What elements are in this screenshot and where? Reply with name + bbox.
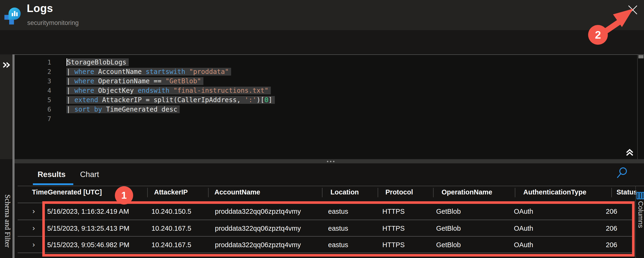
editor-results-splitter[interactable] [14, 159, 644, 163]
line-number: 6 [14, 105, 51, 114]
code-token [169, 87, 173, 94]
cell-account[interactable]: proddata322qq06zpztq4vmy [215, 220, 301, 236]
line-number: 4 [14, 86, 51, 95]
code-token: AccountName [94, 68, 146, 76]
cell-auth[interactable]: OAuth [514, 220, 533, 236]
row-expander-icon[interactable]: › [32, 220, 35, 236]
cell-account[interactable]: proddata322qq06zpztq4vmy [215, 203, 301, 220]
cell-account[interactable]: proddata322qq06zpztq4vmy [215, 236, 301, 253]
cell-protocol[interactable]: HTTPS [382, 220, 405, 236]
cell-status[interactable]: 206 [587, 236, 617, 253]
code-line[interactable]: | where AccountName startswith "proddata… [66, 67, 635, 76]
column-separator[interactable] [611, 188, 612, 197]
editor-scrollbar-track [637, 55, 638, 159]
line-number: 1 [14, 58, 51, 67]
collapse-editor-icon[interactable] [624, 147, 635, 158]
cell-time[interactable]: 5/16/2023, 1:16:32.419 AM [47, 203, 129, 220]
column-header-location[interactable]: Location [330, 188, 359, 196]
cell-status[interactable]: 206 [587, 203, 617, 220]
cell-time[interactable]: 5/15/2023, 9:05:46.982 PM [47, 236, 130, 253]
cell-location[interactable]: eastus [328, 236, 348, 253]
code-token: | [66, 96, 74, 104]
cell-location[interactable]: eastus [328, 220, 348, 236]
line-number: 7 [14, 114, 51, 123]
code-token: ObjectKey [94, 87, 138, 94]
code-token: )[ [256, 96, 264, 104]
code-token: endswith [138, 87, 169, 94]
row-separator [18, 252, 634, 253]
window-header: Logs securitymonitoring [0, 0, 644, 30]
code-token: StorageBlobLogs [67, 58, 126, 66]
column-separator[interactable] [208, 188, 208, 197]
cell-protocol[interactable]: HTTPS [382, 203, 405, 220]
code-line[interactable]: | sort by TimeGenerated desc [66, 105, 635, 114]
column-separator[interactable] [515, 188, 515, 197]
row-expander-icon[interactable]: › [32, 236, 35, 253]
column-header-attackerip[interactable]: AttackerIP [154, 188, 188, 196]
cell-auth[interactable]: OAuth [514, 236, 533, 253]
code-token: AttackerIP = split(CallerIpAddress, [98, 96, 245, 104]
expand-pane-icon[interactable] [2, 60, 11, 70]
query-toolbar: securitymonitoring Select scope Run Time… [0, 30, 644, 54]
cell-status[interactable]: 206 [587, 220, 617, 236]
code-token: "GetBlob" [165, 77, 201, 85]
splitter-grip-dot [327, 161, 328, 162]
row-separator [18, 220, 634, 220]
column-header-accountname[interactable]: AccountName [214, 188, 260, 196]
column-header-statuscode[interactable]: StatusCode [616, 188, 636, 196]
cell-auth[interactable]: OAuth [514, 203, 533, 220]
line-number: 5 [14, 95, 51, 105]
code-token [185, 68, 189, 76]
cell-ip[interactable]: 10.240.167.5 [152, 220, 191, 236]
column-header-operationname[interactable]: OperationName [442, 188, 492, 196]
page-subtitle: securitymonitoring [27, 19, 79, 27]
cell-location[interactable]: eastus [328, 203, 348, 220]
editor-scrollbar-thumb[interactable] [638, 55, 644, 58]
active-tab-indicator [33, 183, 73, 185]
code-token: ':' [245, 96, 257, 104]
tab-results[interactable]: Results [38, 170, 66, 179]
code-line[interactable]: StorageBlobLogs [66, 58, 635, 67]
close-icon[interactable] [626, 4, 639, 16]
code-token: TimeGenerated desc [102, 105, 177, 113]
code-token: where [74, 68, 94, 76]
column-separator[interactable] [322, 188, 322, 197]
columns-icon[interactable] [636, 192, 644, 200]
tab-chart[interactable]: Chart [80, 170, 99, 179]
tabs-rule [18, 186, 644, 186]
code-token: sort by [74, 105, 102, 113]
code-line[interactable] [66, 114, 635, 123]
code-token: startswith [146, 68, 185, 76]
cell-protocol[interactable]: HTTPS [382, 236, 405, 253]
code-token: OperationName == [94, 77, 165, 85]
row-separator [18, 203, 634, 203]
cell-ip[interactable]: 10.240.167.5 [152, 236, 191, 253]
cell-operation[interactable]: GetBlob [436, 236, 461, 253]
cell-operation[interactable]: GetBlob [436, 203, 461, 220]
row-expander-icon[interactable]: › [32, 203, 35, 220]
editor-code[interactable]: StorageBlobLogs| where AccountName start… [66, 58, 635, 123]
code-line[interactable]: | where ObjectKey endswith "final-instru… [66, 86, 635, 95]
code-token: where [74, 77, 94, 85]
column-separator[interactable] [147, 188, 148, 197]
logs-window: Logs securitymonitoring securitymonitori… [0, 0, 644, 258]
cell-ip[interactable]: 10.240.150.5 [152, 203, 191, 220]
code-token: | [66, 87, 74, 94]
column-header-protocol[interactable]: Protocol [386, 188, 413, 196]
code-line[interactable]: | extend AttackerIP = split(CallerIpAddr… [66, 95, 635, 105]
column-header-timegenerated-utc-[interactable]: TimeGenerated [UTC] [32, 188, 102, 196]
column-header-authenticationtype[interactable]: AuthenticationType [523, 188, 586, 196]
cell-operation[interactable]: GetBlob [436, 220, 461, 236]
table-row[interactable]: ›5/16/2023, 1:16:32.419 AM10.240.150.5pr… [0, 203, 644, 220]
code-line[interactable]: | where OperationName == "GetBlob" [66, 76, 635, 86]
table-row[interactable]: ›5/15/2023, 9:05:46.982 PM10.240.167.5pr… [0, 236, 644, 253]
column-separator[interactable] [433, 188, 434, 197]
code-token: 0 [264, 96, 268, 104]
search-icon[interactable] [616, 166, 628, 180]
splitter-grip-dot [330, 161, 332, 162]
code-token: | [66, 105, 74, 113]
code-token: extend [74, 96, 98, 104]
column-separator[interactable] [378, 188, 378, 197]
table-row[interactable]: ›5/15/2023, 9:13:25.413 PM10.240.167.5pr… [0, 220, 644, 236]
cell-time[interactable]: 5/15/2023, 9:13:25.413 PM [47, 220, 130, 236]
